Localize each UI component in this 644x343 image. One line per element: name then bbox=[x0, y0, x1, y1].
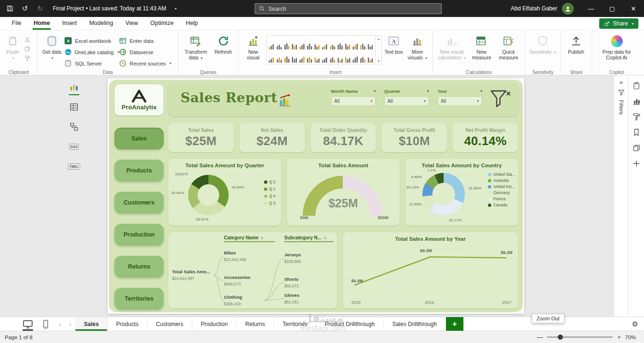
visual-type-icon[interactable] bbox=[344, 50, 351, 63]
add-page-button[interactable]: + bbox=[446, 317, 463, 331]
bookmarks-pane-icon[interactable] bbox=[632, 128, 641, 137]
kpi-net-sales[interactable]: Net Sales$24M bbox=[239, 123, 305, 152]
visual-type-icon[interactable] bbox=[352, 50, 358, 63]
desktop-layout-icon[interactable] bbox=[19, 317, 37, 331]
visual-type-icon[interactable] bbox=[360, 37, 366, 49]
legend-item[interactable]: United Kin... bbox=[488, 184, 515, 189]
legend-item[interactable]: Q 1 bbox=[264, 187, 276, 191]
tree-node-jerseys[interactable]: Jerseys $158,565 bbox=[284, 251, 333, 264]
zoom-in-button[interactable]: + bbox=[617, 334, 621, 341]
maximize-button[interactable]: ▢ bbox=[602, 0, 623, 17]
clear-filters-funnel-icon[interactable] bbox=[490, 89, 512, 109]
page-tab-sales-drillthrough[interactable]: Sales Drillthrough bbox=[384, 317, 446, 331]
menu-modeling[interactable]: Modeling bbox=[83, 17, 119, 30]
tree-node-root[interactable]: Total Sales Amo... $24,914,587 bbox=[172, 268, 221, 281]
visual-type-icon[interactable] bbox=[283, 50, 290, 63]
menu-view[interactable]: View bbox=[119, 17, 144, 30]
visual-type-icon[interactable] bbox=[344, 37, 351, 49]
visual-type-icon[interactable] bbox=[352, 37, 358, 49]
page-tab-products[interactable]: Products bbox=[107, 317, 147, 331]
tree-node-shorts[interactable]: Shorts $66,071 bbox=[284, 276, 333, 289]
kpi-total-order-quantity[interactable]: Total Order Quantity84.17K bbox=[311, 123, 376, 152]
report-view-icon[interactable] bbox=[68, 81, 80, 93]
visual-type-icon[interactable] bbox=[276, 50, 282, 63]
legend-item[interactable]: Australia bbox=[488, 178, 515, 183]
nav-button-products[interactable]: Products bbox=[115, 160, 164, 181]
build-visual-pane-icon[interactable] bbox=[632, 97, 641, 106]
expand-filters-icon[interactable]: « bbox=[619, 79, 623, 85]
settings-gear-icon[interactable]: ⚙ bbox=[626, 317, 644, 331]
slicer-caret-icon[interactable]: ▾ bbox=[427, 89, 429, 93]
visual-type-icon[interactable] bbox=[276, 37, 282, 49]
menu-file[interactable]: File bbox=[6, 17, 27, 30]
page-tab-territories[interactable]: Territories bbox=[274, 317, 316, 331]
visual-type-icon[interactable] bbox=[268, 37, 275, 49]
clipboard-pane-icon[interactable] bbox=[632, 81, 641, 90]
undo-icon[interactable]: ↺ bbox=[21, 4, 29, 13]
menu-insert[interactable]: Insert bbox=[56, 17, 83, 30]
tree-column-category[interactable]: Category Name✕ bbox=[224, 235, 275, 242]
visual-type-icon[interactable] bbox=[367, 37, 374, 49]
quarter-donut-chart[interactable]: Total Sales Amount by Quarter 15.81% 34.… bbox=[168, 159, 281, 226]
user-name[interactable]: Abd Elfatah Gaber bbox=[511, 5, 557, 12]
format-painter-icon[interactable] bbox=[24, 55, 31, 62]
kpi-total-gross-profit[interactable]: Total Gross Profit$10M bbox=[381, 123, 447, 152]
transform-data-button[interactable]: Transform data ▾ bbox=[182, 32, 210, 69]
zoom-slider-knob[interactable] bbox=[558, 335, 563, 340]
close-button[interactable]: ✕ bbox=[623, 0, 644, 17]
legend-item[interactable]: Canada bbox=[488, 203, 515, 207]
nav-button-customers[interactable]: Customers bbox=[115, 192, 164, 213]
visual-type-icon[interactable] bbox=[306, 50, 313, 63]
legend-item[interactable]: Q 3 bbox=[264, 201, 276, 205]
remove-column-icon[interactable]: ✕ bbox=[323, 236, 327, 240]
copilot-button[interactable]: Prep data for Copilot AI bbox=[595, 32, 638, 69]
visual-type-icon[interactable] bbox=[367, 50, 374, 63]
tab-scroll-left-icon[interactable]: ‹ bbox=[55, 317, 65, 331]
share-button[interactable]: Share ▾ bbox=[599, 18, 638, 29]
visual-type-icon[interactable] bbox=[314, 50, 321, 63]
country-donut-chart[interactable]: Total Sales Amount by Country 7.1% 9.48%… bbox=[405, 159, 518, 226]
donut-country[interactable] bbox=[422, 173, 465, 215]
filter-funnel-icon[interactable] bbox=[618, 90, 625, 96]
visual-type-icon[interactable] bbox=[337, 50, 343, 63]
publish-button[interactable]: Publish bbox=[564, 32, 588, 69]
visual-type-icon[interactable] bbox=[337, 37, 343, 49]
page-tab-product-drillthrough[interactable]: Product Drillthrough bbox=[316, 317, 384, 331]
nav-button-territories[interactable]: Territories bbox=[115, 288, 164, 310]
tree-column-subcategory[interactable]: Subcategory N...✕ bbox=[284, 235, 333, 242]
avatar[interactable] bbox=[562, 3, 574, 15]
page-tab-production[interactable]: Production bbox=[192, 317, 237, 331]
onelake-catalog-button[interactable]: OneLake catalog ▾ bbox=[65, 48, 117, 57]
donut-quarter[interactable] bbox=[188, 175, 229, 215]
visual-type-icon[interactable] bbox=[322, 37, 328, 49]
legend-item[interactable]: United Sta... bbox=[488, 172, 515, 177]
visual-type-icon[interactable] bbox=[283, 37, 290, 49]
scroll-down-icon[interactable]: ▼ bbox=[377, 59, 380, 63]
tab-scroll-right-icon[interactable]: › bbox=[65, 317, 75, 331]
new-visual-button[interactable]: New visual bbox=[242, 32, 264, 69]
zoom-out-button[interactable]: — bbox=[537, 334, 543, 341]
filters-pane-label[interactable]: Filters bbox=[619, 100, 624, 114]
visual-type-icon[interactable] bbox=[329, 50, 336, 63]
recent-sources-button[interactable]: Recent sources ▾ bbox=[119, 59, 172, 68]
nav-button-sales[interactable]: Sales bbox=[115, 128, 164, 149]
nav-button-returns[interactable]: Returns bbox=[115, 256, 164, 278]
get-data-button[interactable]: Get data ▾ bbox=[41, 32, 63, 69]
year-line-chart[interactable]: Total Sales Amount by Year $6.4M $9.3M $… bbox=[343, 232, 518, 309]
tmdl-view-icon[interactable]: TMDL bbox=[68, 160, 80, 172]
legend-item[interactable]: France bbox=[488, 196, 515, 201]
kpi-net-profit-margin[interactable]: Net Profit Margin40.14% bbox=[453, 123, 518, 152]
cut-icon[interactable] bbox=[24, 36, 31, 43]
sensitivity-button[interactable]: Sensitivity ▾ bbox=[528, 32, 557, 69]
page-tab-sales[interactable]: Sales bbox=[75, 317, 107, 331]
scroll-up-icon[interactable]: ▲ bbox=[377, 37, 380, 41]
tree-node-gloves[interactable]: Gloves $62,261 bbox=[284, 292, 333, 305]
visual-gallery-scroll[interactable]: ▲▼ bbox=[376, 35, 382, 65]
menu-optimize[interactable]: Optimize bbox=[144, 17, 180, 30]
dataverse-button[interactable]: Dataverse bbox=[119, 48, 172, 57]
slicer-caret-icon[interactable]: ▾ bbox=[374, 89, 376, 93]
legend-item[interactable]: Germany bbox=[488, 190, 515, 195]
gauge-chart[interactable]: Total Sales Amount $25M $0M $50M bbox=[287, 159, 399, 226]
report-page[interactable]: ProAnalytix Sales Products Customers Pro… bbox=[107, 78, 524, 314]
enter-data-button[interactable]: Enter data bbox=[119, 36, 172, 45]
